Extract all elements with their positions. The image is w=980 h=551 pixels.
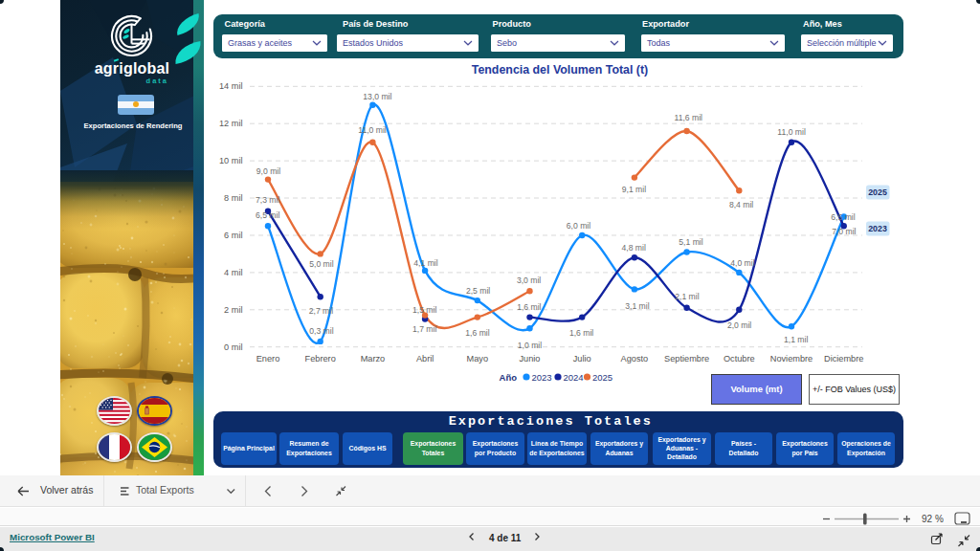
svg-text:6,5 mil: 6,5 mil — [256, 210, 279, 220]
svg-text:9,0 mil: 9,0 mil — [256, 166, 280, 176]
svg-text:14 mil: 14 mil — [219, 81, 243, 91]
svg-text:Enero: Enero — [256, 354, 280, 364]
svg-text:3,0 mil: 3,0 mil — [517, 276, 541, 285]
svg-text:4,0 mil: 4,0 mil — [730, 258, 754, 268]
svg-text:8,4 mil: 8,4 mil — [729, 200, 753, 209]
svg-text:Marzo: Marzo — [361, 354, 386, 364]
svg-text:2024: 2024 — [564, 372, 584, 383]
svg-text:Octubre: Octubre — [724, 354, 755, 364]
svg-text:1,6 mil: 1,6 mil — [517, 302, 541, 312]
svg-text:Septiembre: Septiembre — [664, 354, 709, 364]
svg-text:2025: 2025 — [868, 187, 887, 197]
svg-text:Mayo: Mayo — [467, 354, 488, 364]
svg-text:2023: 2023 — [868, 224, 887, 233]
svg-text:10 mil: 10 mil — [219, 156, 243, 165]
svg-text:1,5 mil: 1,5 mil — [412, 305, 436, 315]
svg-text:11,6 mil: 11,6 mil — [675, 113, 703, 122]
svg-text:Diciembre: Diciembre — [824, 354, 863, 364]
svg-text:Junio: Junio — [520, 354, 541, 364]
svg-text:Agosto: Agosto — [621, 354, 649, 364]
svg-text:1,1 mil: 1,1 mil — [784, 335, 808, 344]
svg-text:0,3 mil: 0,3 mil — [309, 326, 333, 336]
svg-text:4,8 mil: 4,8 mil — [622, 243, 646, 253]
svg-text:2,1 mil: 2,1 mil — [675, 292, 699, 301]
svg-text:Noviembre: Noviembre — [770, 354, 813, 364]
svg-text:2 mil: 2 mil — [224, 305, 242, 315]
svg-text:12 mil: 12 mil — [219, 119, 243, 128]
svg-text:13,0 mil: 13,0 mil — [363, 92, 391, 101]
svg-text:2,0 mil: 2,0 mil — [727, 320, 751, 330]
svg-text:5,1 mil: 5,1 mil — [679, 237, 702, 247]
svg-text:Abril: Abril — [416, 354, 434, 364]
svg-text:3,1 mil: 3,1 mil — [625, 301, 649, 311]
svg-text:2023: 2023 — [532, 372, 552, 383]
svg-text:6 mil: 6 mil — [224, 231, 242, 240]
svg-text:Julio: Julio — [573, 354, 591, 364]
svg-text:92 %: 92 % — [922, 514, 944, 524]
svg-text:4 mil: 4 mil — [224, 268, 242, 277]
svg-text:5,0 mil: 5,0 mil — [309, 259, 333, 269]
svg-text:2,7 mil: 2,7 mil — [309, 306, 333, 316]
svg-text:1,0 mil: 1,0 mil — [518, 341, 542, 350]
svg-text:2025: 2025 — [592, 372, 612, 383]
svg-text:4,1 mil: 4,1 mil — [413, 258, 437, 268]
svg-text:8 mil: 8 mil — [224, 193, 242, 203]
svg-text:1,6 mil: 1,6 mil — [465, 328, 489, 338]
svg-text:7,0 mil: 7,0 mil — [832, 227, 856, 236]
svg-text:0 mil: 0 mil — [224, 342, 242, 352]
svg-text:7,3 mil: 7,3 mil — [256, 195, 279, 205]
svg-text:6,5 mil: 6,5 mil — [831, 212, 855, 222]
svg-text:Año: Año — [500, 372, 518, 383]
svg-text:9,1 mil: 9,1 mil — [622, 185, 646, 194]
svg-text:2,5 mil: 2,5 mil — [466, 286, 490, 296]
svg-text:11,0 mil: 11,0 mil — [777, 127, 806, 137]
svg-text:11,0 mil: 11,0 mil — [358, 125, 387, 135]
svg-text:1,7 mil: 1,7 mil — [412, 324, 436, 334]
svg-text:6,0 mil: 6,0 mil — [567, 221, 590, 231]
svg-text:1,6 mil: 1,6 mil — [569, 328, 593, 338]
svg-text:Febrero: Febrero — [305, 354, 336, 364]
